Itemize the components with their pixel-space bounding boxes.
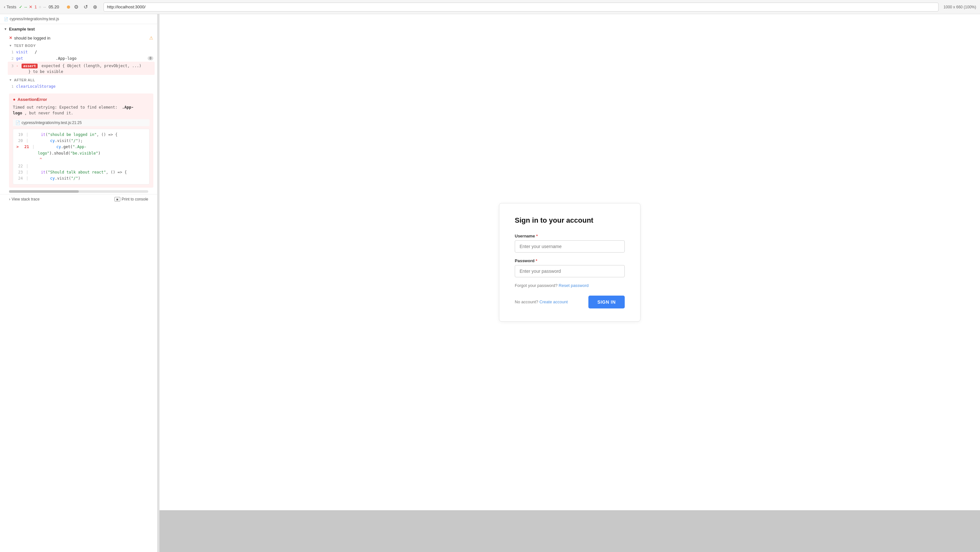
chevron-left-icon: ‹ (4, 5, 5, 10)
cmd-num: 3 (9, 63, 13, 68)
error-title: ● AssertionError (13, 97, 150, 102)
target-icon[interactable]: ⊕ (92, 3, 99, 11)
file-path-text: cypress/integration/my.test.js (10, 17, 59, 21)
password-required: * (536, 259, 537, 263)
cmd-num: 1 (9, 50, 13, 54)
assert-text: expected { Object (length, prevObject, .… (41, 63, 142, 68)
dash-icon: - (16, 63, 18, 68)
command-list: 1 visit / 2 get .App-logo 0 3 - (0, 49, 157, 76)
code-line: 23 | it("Should talk about react", () =>… (16, 169, 146, 175)
horizontal-scrollbar[interactable] (9, 190, 148, 193)
cmd-badge: 0 (148, 56, 153, 60)
cmd-num: 1 (9, 84, 13, 89)
file-link-row: 📄 cypress/integration/my.test.js:21:25 (13, 119, 150, 126)
settings-icon[interactable]: ⚙ (73, 3, 80, 11)
cmd-get: get (16, 56, 32, 61)
toolbar-icons: ⚙ ↺ (67, 3, 89, 11)
cmd-args: .App-logo (35, 56, 145, 61)
browser-viewport: Sign in to your account Username * Passw… (159, 14, 980, 510)
reload-button[interactable]: ↺ (82, 3, 89, 11)
no-account-row: No account? Create account (515, 300, 568, 304)
view-stack-trace-label: View stack trace (11, 197, 40, 201)
pass-count: -- (24, 5, 27, 10)
viewport-info: 1000 x 660 (100%) (943, 5, 976, 10)
sign-in-button[interactable]: SIGN IN (589, 296, 625, 308)
bottom-actions: › View stack trace ▣ Print to console (0, 194, 157, 205)
forgot-text: Forgot your password? (515, 283, 557, 288)
test-body-label: TEST BODY (14, 44, 36, 48)
back-button[interactable]: ‹ Tests (4, 5, 16, 10)
assert-indent: } to be visible (9, 70, 153, 74)
forgot-password-row: Forgot your password? Reset password (515, 283, 625, 288)
reset-password-link[interactable]: Reset password (559, 283, 589, 288)
password-label-text: Password (515, 259, 535, 263)
left-panel: 📄 cypress/integration/my.test.js ▼ Examp… (0, 14, 158, 552)
cmd-clearlocalstorage: clearLocalStorage (16, 84, 56, 89)
after-all-section[interactable]: ▼ AFTER ALL (0, 76, 157, 83)
test-item[interactable]: ✕ should be logged in ⚠ (0, 34, 157, 42)
username-label: Username * (515, 233, 625, 238)
code-snippet: 19 | it("should be logged in", () => { 2… (13, 129, 150, 184)
test-name: should be logged in (14, 36, 51, 40)
pass-icon: ✓ (19, 5, 22, 10)
error-selector: .App-logo (13, 105, 134, 115)
file-path: 📄 cypress/integration/my.test.js (0, 14, 157, 24)
username-label-text: Username (515, 233, 535, 238)
warning-icon: ⚠ (149, 35, 153, 40)
url-input[interactable] (107, 5, 935, 10)
file-icon-small: 📄 (16, 121, 20, 125)
after-all-chevron-icon: ▼ (9, 78, 12, 82)
fail-x-icon: ✕ (9, 36, 12, 40)
print-console-button[interactable]: ▣ Print to console (115, 197, 148, 201)
username-required: * (536, 233, 538, 238)
suite-chevron-icon: ▼ (4, 27, 7, 31)
username-input[interactable] (515, 240, 625, 252)
error-message: Timed out retrying: Expected to find ele… (13, 105, 150, 116)
main-layout: 📄 cypress/integration/my.test.js ▼ Examp… (0, 14, 980, 552)
signin-title: Sign in to your account (515, 216, 625, 225)
file-link-text: cypress/integration/my.test.js:21:25 (22, 121, 82, 125)
print-console-label: Print to console (121, 197, 148, 201)
fail-icon: ✕ (29, 5, 32, 10)
cmd-visit: visit (16, 50, 32, 54)
timer: 05.20 (49, 5, 59, 10)
command-row: 2 get .App-logo 0 (9, 55, 153, 62)
chevron-right-icon: › (9, 197, 10, 201)
test-tree: ▼ Example test ✕ should be logged in ⚠ ▼… (0, 24, 157, 552)
command-row: 1 visit / (9, 49, 153, 55)
file-icon: 📄 (4, 17, 8, 21)
test-body-section[interactable]: ▼ TEST BODY (0, 42, 157, 49)
suite-header[interactable]: ▼ Example test (0, 24, 157, 34)
section-chevron-icon: ▼ (9, 44, 12, 47)
command-row: 1 clearLocalStorage (9, 83, 153, 90)
no-account-text: No account? (515, 300, 538, 304)
code-line-arrow: ^ (16, 157, 146, 163)
cmd-args: / (35, 50, 153, 54)
test-status-group: ✓ -- ✕ 1 ○ -- (19, 5, 46, 10)
right-panel: Sign in to your account Username * Passw… (159, 14, 980, 552)
assert-command-row: 3 - assert expected { Object (length, pr… (8, 62, 155, 75)
cmd-num: 2 (9, 56, 13, 61)
command-row-assert: 3 - assert expected { Object (length, pr… (9, 63, 153, 70)
status-dot (67, 5, 70, 9)
create-account-link[interactable]: Create account (539, 300, 568, 304)
signin-card: Sign in to your account Username * Passw… (499, 203, 641, 322)
after-all-label: AFTER ALL (14, 78, 35, 82)
signin-footer: No account? Create account SIGN IN (515, 296, 625, 308)
error-title-text: AssertionError (18, 97, 47, 102)
top-bar: ‹ Tests ✓ -- ✕ 1 ○ -- 05.20 ⚙ ↺ ⊕ 1000 x… (0, 0, 980, 14)
pending-count: -- (43, 5, 46, 10)
gray-area (159, 510, 980, 552)
after-all-commands: 1 clearLocalStorage (0, 83, 157, 91)
scroll-thumb[interactable] (9, 190, 79, 193)
pending-icon: ○ (39, 5, 41, 10)
code-line: 22 | (16, 163, 146, 169)
suite-name: Example test (9, 27, 35, 32)
password-label: Password * (515, 259, 625, 263)
url-bar (103, 3, 939, 11)
print-icon: ▣ (115, 197, 120, 201)
assert-badge: assert (22, 63, 38, 68)
view-stack-trace-button[interactable]: › View stack trace (9, 197, 40, 201)
password-input[interactable] (515, 265, 625, 277)
error-icon: ● (13, 97, 16, 102)
